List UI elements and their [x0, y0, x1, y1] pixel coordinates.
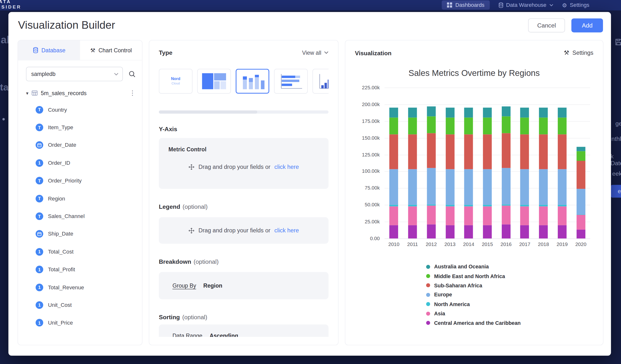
legend-label: North America: [434, 301, 470, 307]
date-field-icon: [35, 141, 43, 149]
visualization-builder-modal: Visualization Builder Cancel Add Databas…: [9, 12, 611, 355]
bar-segment: [464, 108, 473, 118]
chart-settings-button[interactable]: ⚒ Settings: [564, 49, 593, 56]
bar-segment: [520, 206, 529, 225]
x-tick-label: 2015: [478, 242, 497, 247]
bar-segment: [576, 161, 585, 189]
bar-segment: [408, 135, 417, 169]
stacked-bar-chart: 225.00k200.00k175.00k150.00k125.00k100.0…: [355, 87, 593, 256]
field-item-unit_cost[interactable]: 1Unit_Cost: [18, 296, 142, 314]
field-item-total_revenue[interactable]: 1Total_Revenue: [18, 278, 142, 296]
y-tick-label: 25.00k: [355, 219, 380, 225]
text-field-icon: T: [35, 195, 43, 202]
modal-header: Visualization Builder Cancel Add: [9, 12, 611, 32]
y-tick-label: 0.00: [355, 236, 380, 241]
bar-segment: [464, 225, 473, 239]
scrollbar-thumb[interactable]: [159, 110, 257, 114]
bar-2010: [389, 108, 398, 239]
search-button[interactable]: [128, 70, 136, 78]
field-item-order_priority[interactable]: TOrder_Priority: [18, 172, 142, 190]
field-item-order_id[interactable]: 1Order_ID: [18, 154, 142, 172]
breakdown-dropzone[interactable]: Group By Region: [159, 272, 328, 299]
legend-label: Legend: [159, 203, 180, 210]
tab-chart-control[interactable]: ⚒ Chart Control: [80, 40, 142, 60]
bar-segment: [446, 108, 454, 118]
sorting-dropzone[interactable]: Data Range Ascending: [159, 325, 328, 346]
chart-type-option-column-chart[interactable]: [312, 69, 328, 94]
table-menu-button[interactable]: ⋮: [129, 89, 136, 97]
nav-settings[interactable]: ⚙ Settings: [562, 2, 589, 8]
y-tick-label: 150.00k: [355, 135, 380, 141]
background-button-fragment[interactable]: ear: [611, 185, 621, 198]
bar-segment: [464, 118, 473, 135]
database-icon: [33, 47, 38, 53]
field-item-ship_date[interactable]: Ship_Date: [18, 225, 142, 243]
metric-control-dropzone[interactable]: Metric Control Drag and drop your fields…: [159, 138, 328, 189]
type-scrollbar[interactable]: [159, 110, 328, 114]
background-text-fragment: ta: [0, 82, 9, 93]
chart-type-option-stacked-bar[interactable]: [274, 69, 308, 94]
bar-segment: [558, 169, 567, 205]
bar-segment: [539, 169, 548, 205]
table-tree-row[interactable]: ▾ 5m_sales_records ⋮: [18, 85, 142, 99]
legend-dropzone[interactable]: Drag and drop your fields or click here: [159, 217, 328, 244]
cancel-button[interactable]: Cancel: [528, 18, 565, 33]
field-item-country[interactable]: TCountry: [18, 101, 142, 119]
database-select[interactable]: sampledb: [26, 67, 123, 81]
chart-type-list: NordCloud: [159, 69, 328, 94]
field-item-total_profit[interactable]: 1Total_Profit: [18, 260, 142, 278]
view-all-button[interactable]: View all: [302, 49, 328, 56]
field-item-item_type[interactable]: TItem_Type: [18, 119, 142, 136]
y-tick-label: 125.00k: [355, 152, 380, 157]
chart-type-option-stacked-column[interactable]: [236, 69, 269, 94]
drag-icon: [188, 164, 194, 170]
app-stage: DATA INSIDER Dashboards Data Warehouse ⚙…: [0, 0, 621, 364]
svg-text:Nord: Nord: [171, 76, 180, 81]
bar-segment: [483, 225, 492, 239]
chart-legend: Australia and OceaniaMiddle East and Nor…: [426, 262, 593, 328]
y-tick-label: 100.00k: [355, 169, 380, 174]
sorting-section-header: Sorting (optional): [159, 314, 328, 320]
field-label: Unit_Price: [48, 320, 73, 326]
add-button[interactable]: Add: [572, 18, 603, 33]
background-bullet: [2, 118, 5, 121]
bars-region: [384, 87, 590, 239]
sorting-field-link[interactable]: Data Range: [172, 332, 203, 345]
date-field-icon: [35, 230, 43, 238]
legend-dot: [426, 302, 430, 306]
chart-type-option-treemap[interactable]: [197, 69, 231, 94]
database-select-value: sampledb: [31, 71, 55, 77]
bar-segment: [446, 169, 454, 205]
y-axis-label: Y-Axis: [159, 125, 328, 132]
chart-type-option-word-cloud[interactable]: NordCloud: [159, 69, 192, 94]
bar-2016: [501, 106, 510, 239]
bar-segment: [446, 118, 454, 135]
field-item-sales_channel[interactable]: TSales_Channel: [18, 207, 142, 225]
tab-database[interactable]: Database: [18, 40, 80, 60]
nav-data-warehouse[interactable]: Data Warehouse: [498, 2, 553, 8]
y-tick-label: 50.00k: [355, 202, 380, 208]
field-item-total_cost[interactable]: 1Total_Cost: [18, 243, 142, 260]
group-by-link[interactable]: Group By: [172, 282, 196, 289]
field-item-region[interactable]: TRegion: [18, 190, 142, 207]
click-here-link[interactable]: click here: [275, 227, 299, 234]
bar-segment: [483, 108, 492, 118]
save-icon: [615, 38, 621, 48]
field-item-unit_price[interactable]: 1Unit_Price: [18, 314, 142, 332]
nav-dashboards[interactable]: Dashboards: [442, 0, 490, 10]
field-label: Item_Type: [48, 124, 73, 131]
sorting-value: Ascending: [209, 332, 238, 345]
legend-section-header: Legend (optional): [159, 203, 328, 210]
x-tick-label: 2012: [422, 242, 441, 247]
field-item-order_date[interactable]: Order_Date: [18, 136, 142, 154]
database-icon: [498, 2, 503, 8]
x-tick-label: 2010: [384, 242, 403, 247]
bar-segment: [427, 133, 436, 168]
bar-segment: [520, 135, 529, 169]
optional-label: (optional): [183, 203, 207, 210]
bar-segment: [464, 135, 473, 169]
click-here-link[interactable]: click here: [275, 164, 299, 170]
bar-segment: [576, 147, 585, 151]
number-field-icon: 1: [35, 319, 43, 327]
bar-segment: [558, 206, 567, 225]
